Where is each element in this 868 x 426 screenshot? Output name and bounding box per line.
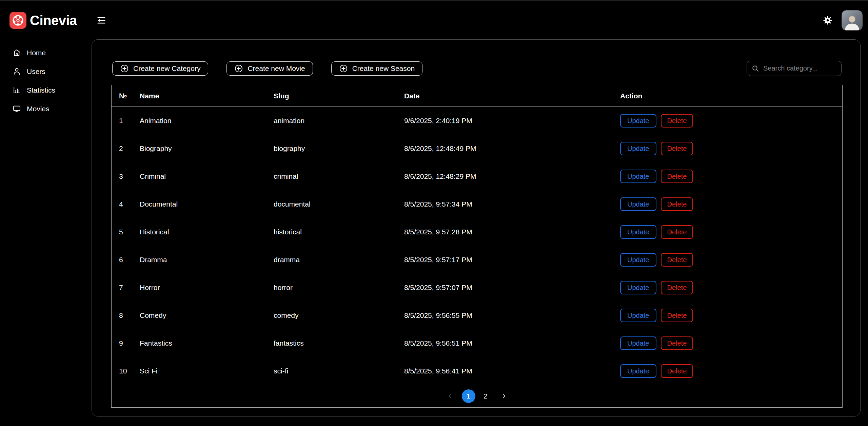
category-name: Sci Fi [140, 367, 274, 375]
monitor-icon [13, 104, 21, 113]
create-movie-button[interactable]: Create new Movie [226, 61, 313, 76]
table-row: 1 Animation animation 9/6/2025, 2:40:19 … [112, 107, 842, 135]
row-number: 10 [112, 367, 140, 375]
row-actions: Update Delete [620, 336, 842, 350]
row-actions: Update Delete [620, 197, 842, 211]
table-row: 9 Fantastics fantastics 8/5/2025, 9:56:5… [112, 329, 842, 357]
update-button[interactable]: Update [620, 253, 656, 267]
delete-button[interactable]: Delete [661, 197, 693, 211]
delete-button[interactable]: Delete [661, 281, 693, 294]
sidebar: Home Users Statistics Movies [0, 39, 92, 118]
category-name: Historical [140, 228, 274, 236]
sidebar-item-statistics[interactable]: Statistics [0, 81, 92, 99]
user-avatar[interactable] [842, 10, 863, 31]
brand[interactable]: Cinevia [0, 12, 92, 29]
chevron-left-icon[interactable] [443, 391, 457, 402]
column-header-date: Date [404, 92, 620, 100]
category-date: 9/6/2025, 2:40:19 PM [404, 117, 620, 125]
delete-button[interactable]: Delete [661, 253, 693, 267]
update-button[interactable]: Update [620, 197, 656, 211]
category-slug: comedy [274, 311, 404, 320]
delete-button[interactable]: Delete [661, 142, 693, 155]
delete-button[interactable]: Delete [661, 225, 693, 239]
toolbar: Create new Category Create new Movie Cre… [112, 61, 842, 76]
category-slug: dramma [274, 256, 404, 264]
sidebar-item-movies[interactable]: Movies [0, 99, 92, 118]
sidebar-item-label: Statistics [27, 86, 55, 94]
page-buttons: 12 [462, 389, 492, 403]
row-number: 1 [112, 117, 140, 125]
search-input[interactable] [763, 64, 837, 73]
table-body: 1 Animation animation 9/6/2025, 2:40:19 … [112, 107, 842, 385]
category-name: Biography [140, 144, 274, 153]
column-header-name: Name [140, 92, 274, 100]
delete-button[interactable]: Delete [661, 364, 693, 378]
delete-button[interactable]: Delete [661, 170, 693, 183]
gear-icon[interactable] [823, 15, 833, 25]
row-actions: Update Delete [620, 170, 842, 183]
category-slug: documental [274, 200, 404, 208]
update-button[interactable]: Update [620, 225, 656, 239]
category-slug: biography [274, 144, 404, 153]
create-season-label: Create new Season [352, 64, 415, 73]
delete-button[interactable]: Delete [661, 309, 693, 322]
table-header: № Name Slug Date Action [112, 85, 842, 107]
sidebar-item-home[interactable]: Home [0, 43, 92, 62]
update-button[interactable]: Update [620, 336, 656, 350]
delete-button[interactable]: Delete [661, 114, 693, 128]
update-button[interactable]: Update [620, 364, 656, 378]
update-button[interactable]: Update [620, 114, 656, 128]
page-button-1[interactable]: 1 [462, 389, 475, 403]
sidebar-item-label: Movies [27, 105, 50, 113]
sidebar-item-label: Home [27, 49, 46, 57]
category-date: 8/6/2025, 12:48:49 PM [404, 144, 620, 153]
row-actions: Update Delete [620, 114, 842, 128]
table-row: 4 Documental documental 8/5/2025, 9:57:3… [112, 190, 842, 218]
category-date: 8/5/2025, 9:56:55 PM [404, 311, 620, 320]
update-button[interactable]: Update [620, 142, 656, 155]
row-number: 3 [112, 172, 140, 180]
row-number: 5 [112, 228, 140, 236]
page-button-2[interactable]: 2 [479, 389, 492, 403]
plus-circle-icon [339, 64, 348, 73]
category-date: 8/5/2025, 9:56:51 PM [404, 339, 620, 347]
category-date: 8/6/2025, 12:48:29 PM [404, 172, 620, 180]
row-actions: Update Delete [620, 281, 842, 294]
delete-button[interactable]: Delete [661, 336, 693, 350]
sidebar-item-users[interactable]: Users [0, 62, 92, 81]
category-name: Dramma [140, 256, 274, 264]
update-button[interactable]: Update [620, 170, 656, 183]
chevron-right-icon[interactable] [497, 391, 511, 402]
table-row: 5 Historical historical 8/5/2025, 9:57:2… [112, 218, 842, 246]
category-name: Horror [140, 284, 274, 292]
category-slug: horror [274, 284, 404, 292]
category-name: Documental [140, 200, 274, 208]
category-date: 8/5/2025, 9:56:41 PM [404, 367, 620, 375]
create-season-button[interactable]: Create new Season [331, 61, 422, 76]
table-row: 7 Horror horror 8/5/2025, 9:57:07 PM Upd… [112, 274, 842, 302]
brand-name: Cinevia [30, 13, 77, 28]
categories-table: № Name Slug Date Action 1 Animation anim… [111, 85, 843, 408]
column-header-slug: Slug [274, 92, 404, 100]
create-category-label: Create new Category [133, 64, 200, 73]
topbar-right [823, 10, 868, 31]
category-date: 8/5/2025, 9:57:07 PM [404, 284, 620, 292]
user-icon [13, 67, 21, 76]
category-date: 8/5/2025, 9:57:34 PM [404, 200, 620, 208]
table-row: 10 Sci Fi sci-fi 8/5/2025, 9:56:41 PM Up… [112, 357, 842, 385]
table-row: 8 Comedy comedy 8/5/2025, 9:56:55 PM Upd… [112, 302, 842, 329]
search-box [747, 61, 842, 76]
category-name: Comedy [140, 311, 274, 320]
row-number: 7 [112, 284, 140, 292]
create-movie-label: Create new Movie [248, 64, 305, 73]
update-button[interactable]: Update [620, 309, 656, 322]
create-category-button[interactable]: Create new Category [112, 61, 208, 76]
table-row: 2 Biography biography 8/6/2025, 12:48:49… [112, 135, 842, 162]
update-button[interactable]: Update [620, 281, 656, 294]
category-slug: sci-fi [274, 367, 404, 375]
menu-fold-icon[interactable] [95, 14, 108, 27]
row-number: 8 [112, 311, 140, 320]
row-number: 4 [112, 200, 140, 208]
create-buttons-group: Create new Category Create new Movie Cre… [112, 61, 422, 76]
pagination: 12 [112, 385, 842, 407]
